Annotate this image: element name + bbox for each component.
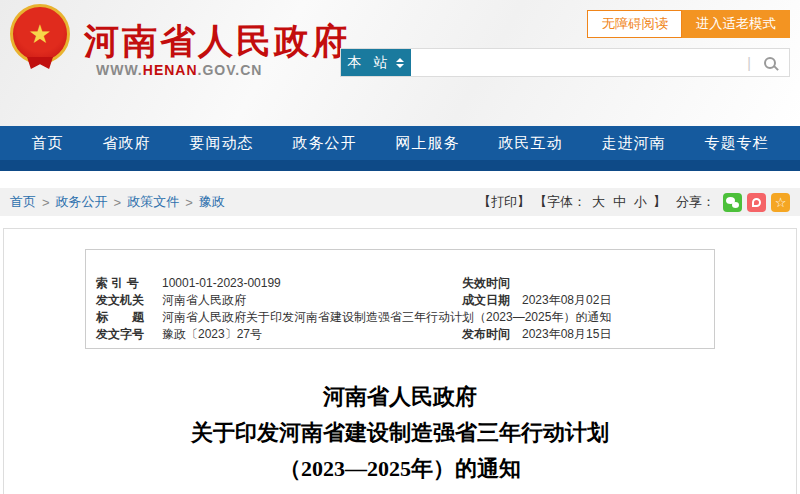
breadcrumb-separator: > [42, 195, 50, 210]
site-url: WWW.HENAN.GOV.CN [96, 62, 262, 78]
document-title-line-2: 关于印发河南省建设制造强省三年行动计划 [4, 415, 796, 451]
nav-item-explore-henan[interactable]: 走进河南 [602, 134, 666, 153]
nav-item-special-topics[interactable]: 专题专栏 [705, 134, 769, 153]
search-bar: 本 站 | [340, 48, 790, 77]
national-emblem-logo: ★ [10, 4, 70, 64]
meta-date-written-value: 2023年08月02日 [516, 292, 720, 309]
share-label: 分享： [676, 193, 715, 211]
search-scope-dropdown[interactable]: 本 站 [341, 49, 411, 76]
breadcrumb: 首页 > 政务公开 > 政策文件 > 豫政 [10, 193, 225, 211]
breadcrumb-home[interactable]: 首页 [10, 193, 36, 211]
breadcrumb-gov-affairs[interactable]: 政务公开 [56, 193, 108, 211]
document-meta-table: 索 引 号 10001-01-2023-00199 失效时间 发文机关 河南省人… [85, 249, 715, 349]
meta-agency-label: 发文机关 [90, 292, 156, 309]
document-title-line-1: 河南省人民政府 [4, 379, 796, 415]
emblem-star-icon: ★ [28, 21, 51, 47]
document-title-line-3: （2023—2025年）的通知 [4, 451, 796, 487]
meta-doc-no-label: 发文字号 [90, 326, 156, 343]
font-size-medium-button[interactable]: 中 [613, 193, 626, 211]
breadcrumb-toolbar: 首页 > 政务公开 > 政策文件 > 豫政 【打印】 【字体： 大 中 小 】 … [0, 188, 800, 216]
nav-item-gov-affairs[interactable]: 政务公开 [293, 134, 357, 153]
nav-item-interaction[interactable]: 政民互动 [499, 134, 563, 153]
meta-row-agency: 发文机关 河南省人民政府 成文日期 2023年08月02日 [90, 292, 720, 309]
font-size-label-open: 【字体： [534, 193, 586, 211]
share-icon-group: ☆ [723, 193, 790, 212]
meta-expiry-value [516, 275, 720, 292]
document-title: 河南省人民政府 关于印发河南省建设制造强省三年行动计划 （2023—2025年）… [4, 379, 796, 487]
nav-item-home[interactable]: 首页 [32, 134, 64, 153]
font-size-label-close: 】 [653, 193, 666, 211]
search-icon [764, 57, 776, 69]
meta-title-value: 河南省人民政府关于印发河南省建设制造强省三年行动计划（2023—2025年）的通… [156, 309, 720, 326]
meta-doc-no-value: 豫政〔2023〕27号 [156, 326, 456, 343]
breadcrumb-separator: > [114, 195, 122, 210]
dropdown-arrows-icon [396, 58, 404, 68]
search-button[interactable] [751, 49, 789, 76]
site-header: ★ 河南省人民政府 WWW.HENAN.GOV.CN 无障碍阅读 进入适老模式 … [0, 0, 800, 126]
meta-row-docno: 发文字号 豫政〔2023〕27号 发布时间 2023年08月15日 [90, 326, 720, 343]
qzone-share-icon[interactable]: ☆ [771, 193, 790, 212]
breadcrumb-yuzheng[interactable]: 豫政 [199, 193, 225, 211]
document-content-panel: 索 引 号 10001-01-2023-00199 失效时间 发文机关 河南省人… [3, 228, 797, 494]
weibo-share-icon[interactable] [747, 193, 766, 212]
meta-date-written-label: 成文日期 [456, 292, 516, 309]
print-button[interactable]: 【打印】 [478, 193, 530, 211]
site-url-highlight: HENAN [143, 62, 198, 78]
nav-underline-bar [0, 160, 800, 171]
meta-expiry-label: 失效时间 [456, 275, 516, 292]
search-input[interactable] [411, 49, 747, 76]
nav-item-online-services[interactable]: 网上服务 [396, 134, 460, 153]
meta-date-published-value: 2023年08月15日 [516, 326, 720, 343]
wechat-share-icon[interactable] [723, 193, 742, 212]
nav-item-provincial-government[interactable]: 省政府 [103, 134, 151, 153]
font-size-small-button[interactable]: 小 [634, 193, 647, 211]
meta-index-label: 索 引 号 [90, 275, 156, 292]
site-url-suffix: .GOV.CN [198, 62, 263, 78]
meta-row-title: 标 题 河南省人民政府关于印发河南省建设制造强省三年行动计划（2023—2025… [90, 309, 720, 326]
meta-index-value: 10001-01-2023-00199 [156, 275, 456, 292]
site-url-prefix: WWW. [96, 62, 143, 78]
meta-title-label: 标 题 [90, 309, 156, 326]
elder-mode-button[interactable]: 进入适老模式 [682, 10, 790, 38]
meta-row-index: 索 引 号 10001-01-2023-00199 失效时间 [90, 275, 720, 292]
breadcrumb-separator: > [185, 195, 193, 210]
nav-item-news[interactable]: 要闻动态 [190, 134, 254, 153]
meta-date-published-label: 发布时间 [456, 326, 516, 343]
page-tools: 【打印】 【字体： 大 中 小 】 分享： ☆ [478, 193, 790, 212]
search-scope-label: 本 站 [348, 54, 392, 72]
font-size-large-button[interactable]: 大 [592, 193, 605, 211]
meta-agency-value: 河南省人民政府 [156, 292, 456, 309]
breadcrumb-policy-documents[interactable]: 政策文件 [127, 193, 179, 211]
site-title: 河南省人民政府 [84, 18, 350, 65]
accessibility-reading-button[interactable]: 无障碍阅读 [587, 10, 682, 38]
main-nav: 首页 省政府 要闻动态 政务公开 网上服务 政民互动 走进河南 专题专栏 [0, 126, 800, 160]
header-mode-buttons: 无障碍阅读 进入适老模式 [587, 10, 790, 38]
